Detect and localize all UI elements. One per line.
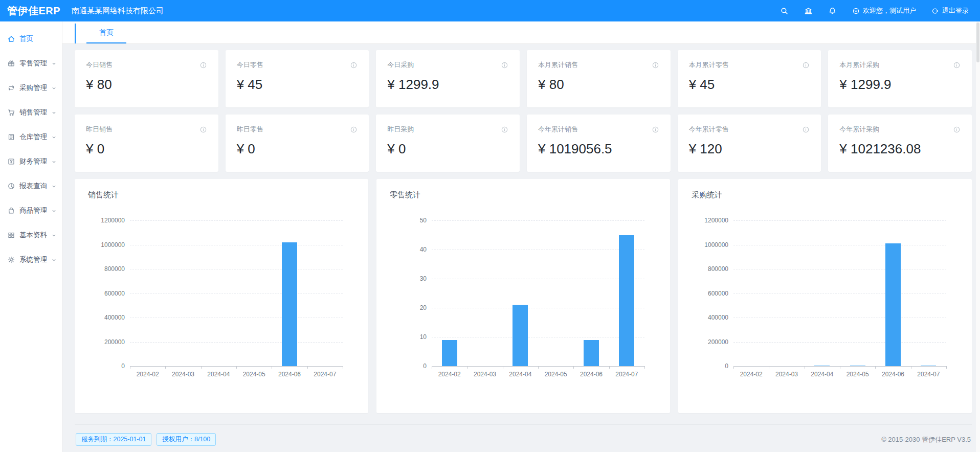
x-axis-tick <box>236 366 237 369</box>
stat-label: 今日零售 <box>237 60 263 70</box>
x-axis-tick <box>165 366 166 369</box>
sidebar-item-basic-data[interactable]: 基本资料 <box>0 223 62 247</box>
y-axis-tick-label: 800000 <box>708 265 728 273</box>
report-pie-icon <box>7 182 15 190</box>
info-icon[interactable] <box>501 61 508 69</box>
chevron-down-icon <box>51 184 57 189</box>
x-axis-tick <box>840 366 840 369</box>
info-icon[interactable] <box>802 61 810 69</box>
y-axis-tick-label: 800000 <box>104 265 125 273</box>
charts-grid: 销售统计 02000004000006000008000001000000120… <box>75 179 972 413</box>
bar-2024-06 <box>885 243 901 366</box>
x-axis-tick <box>503 366 503 369</box>
info-icon[interactable] <box>501 126 508 133</box>
sidebar-item-label: 仓库管理 <box>19 132 47 142</box>
info-icon[interactable] <box>199 126 207 133</box>
gridline <box>733 269 946 269</box>
stat-card-yesterday-retail: 昨日零售 ¥ 0 <box>226 115 369 172</box>
stat-label: 本月累计零售 <box>689 60 729 70</box>
x-axis-tick-label: 2024-07 <box>314 371 336 378</box>
sidebar-item-warehouse[interactable]: 仓库管理 <box>0 125 62 149</box>
info-icon[interactable] <box>652 61 659 69</box>
x-axis-tick-label: 2024-03 <box>172 371 194 378</box>
bar-2024-02 <box>442 340 457 366</box>
stat-label: 今日销售 <box>86 60 113 70</box>
y-axis-tick-label: 200000 <box>104 338 125 346</box>
sidebar-item-retail[interactable]: 零售管理 <box>0 51 62 76</box>
stat-value: ¥ 45 <box>689 77 810 93</box>
search-icon[interactable] <box>780 7 789 15</box>
stat-label: 昨日销售 <box>86 125 113 134</box>
bell-icon[interactable] <box>828 7 837 15</box>
main-content: 今日销售 ¥ 80 今日零售 ¥ 45 今日采购 ¥ 1299.9 本月累计销售… <box>62 44 980 452</box>
scrollbar-thumb[interactable] <box>976 22 979 62</box>
sidebar-item-system[interactable]: 系统管理 <box>0 247 62 272</box>
sales-cart-icon <box>7 108 15 117</box>
gridline <box>733 342 946 343</box>
stat-label: 今年累计销售 <box>538 125 578 134</box>
x-axis-tick <box>769 366 769 369</box>
sidebar-item-reports[interactable]: 报表查询 <box>0 174 62 198</box>
info-icon[interactable] <box>953 61 961 69</box>
stat-value: ¥ 1021236.08 <box>839 141 961 157</box>
info-icon[interactable] <box>350 61 358 69</box>
stat-card-year-retail: 今年累计零售 ¥ 120 <box>678 115 821 172</box>
app-logo: 管伊佳ERP <box>0 4 62 18</box>
chart-plot-area: 01020304050 <box>432 220 644 366</box>
x-axis-tick <box>644 366 645 369</box>
bank-icon[interactable] <box>804 7 813 15</box>
chevron-down-icon <box>51 233 57 238</box>
stat-value: ¥ 1299.9 <box>839 77 961 93</box>
tab-bar-indicator <box>75 24 76 43</box>
finance-icon <box>7 157 15 166</box>
gridline <box>432 250 644 250</box>
footer-badges: 服务到期：2025-01-01 授权用户：8/100 <box>76 433 216 446</box>
retail-stats-chart: 零售统计 01020304050 2024-022024-032024-0420… <box>376 179 670 413</box>
service-expiry-badge: 服务到期：2025-01-01 <box>76 433 151 446</box>
sidebar-item-products[interactable]: 商品管理 <box>0 198 62 223</box>
welcome-user[interactable]: 欢迎您，测试用户 <box>852 6 916 15</box>
sidebar-item-label: 采购管理 <box>19 83 47 93</box>
x-axis-tick-label: 2024-04 <box>811 371 833 378</box>
sidebar-item-home[interactable]: 首页 <box>0 27 62 51</box>
sidebar-item-purchase[interactable]: 采购管理 <box>0 76 62 100</box>
y-axis-tick-label: 30 <box>420 275 427 282</box>
company-name: 南通某某网络科技有限公司 <box>72 6 780 16</box>
sidebar-item-finance[interactable]: 财务管理 <box>0 149 62 174</box>
info-icon[interactable] <box>802 126 810 133</box>
x-axis-tick-label: 2024-02 <box>740 371 763 378</box>
stat-card-month-sales: 本月累计销售 ¥ 80 <box>527 50 671 107</box>
gridline <box>733 293 946 294</box>
stat-card-today-sales: 今日销售 ¥ 80 <box>75 50 218 107</box>
info-icon[interactable] <box>953 126 961 133</box>
info-icon[interactable] <box>199 61 207 69</box>
x-axis-tick-label: 2024-07 <box>917 371 940 378</box>
x-axis-tick-label: 2024-06 <box>580 371 603 378</box>
stat-value: ¥ 120 <box>689 141 810 157</box>
y-axis-tick-label: 0 <box>725 363 728 370</box>
tab-home[interactable]: 首页 <box>86 21 126 44</box>
gridline <box>432 279 644 279</box>
sidebar-item-sales[interactable]: 销售管理 <box>0 100 62 125</box>
stat-card-yesterday-sales: 昨日销售 ¥ 0 <box>75 115 218 172</box>
x-axis-tick <box>467 366 467 369</box>
y-axis-tick-label: 50 <box>420 217 427 224</box>
stats-grid: 今日销售 ¥ 80 今日零售 ¥ 45 今日采购 ¥ 1299.9 本月累计销售… <box>75 50 972 172</box>
stat-card-today-retail: 今日零售 ¥ 45 <box>226 50 369 107</box>
info-icon[interactable] <box>652 126 659 133</box>
top-header: 管伊佳ERP 南通某某网络科技有限公司 欢迎您，测试用户 退出登录 <box>0 0 980 21</box>
gridline <box>130 342 343 343</box>
logout-label: 退出登录 <box>942 6 969 15</box>
y-axis-tick-label: 1200000 <box>101 217 125 224</box>
retail-icon <box>7 59 15 67</box>
logout-button[interactable]: 退出登录 <box>931 6 969 15</box>
info-icon[interactable] <box>350 126 358 133</box>
system-gear-icon <box>7 256 15 264</box>
y-axis-tick-label: 40 <box>420 246 427 253</box>
erp-dashboard: 管伊佳ERP 南通某某网络科技有限公司 欢迎您，测试用户 退出登录 首页 零售管… <box>0 0 980 452</box>
vertical-scrollbar[interactable] <box>976 21 980 452</box>
y-axis-tick-label: 0 <box>423 363 427 370</box>
chart-title: 采购统计 <box>692 190 959 200</box>
x-axis-tick <box>272 366 272 369</box>
x-axis-tick <box>875 366 876 369</box>
